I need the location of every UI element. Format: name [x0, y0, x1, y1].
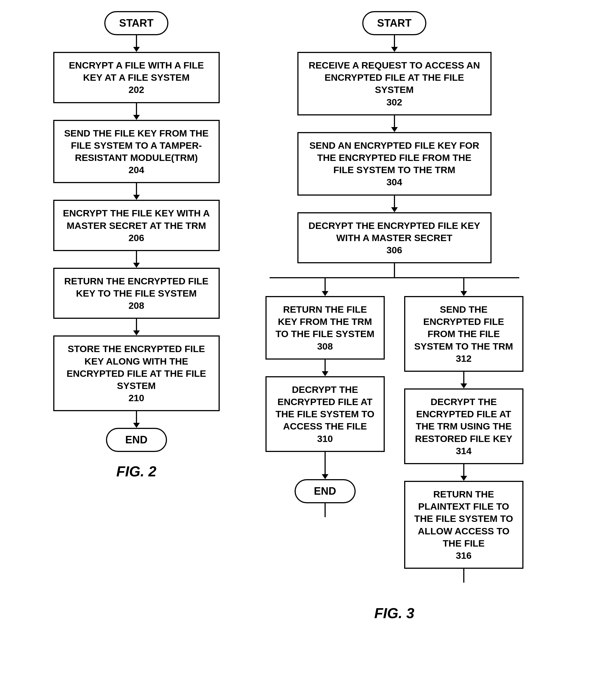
fig2-end: END — [106, 428, 167, 452]
fig3-step-304: SEND AN ENCRYPTED FILE KEY FOR THE ENCRY… — [297, 132, 492, 196]
fig2-arrow-6 — [133, 411, 140, 428]
fig3-arrow-308-310 — [322, 359, 328, 376]
fig3-diagram: START RECEIVE A REQUEST TO ACCESS AN ENC… — [242, 11, 547, 622]
fig3-step-316: RETURN THE PLAINTEXT FILE TO THE FILE SY… — [404, 481, 523, 569]
fig3-right-branch: SEND THE ENCRYPTED FILE FROM THE FILE SY… — [395, 277, 533, 583]
fig2-step-204: SEND THE FILE KEY FROM THE FILE SYSTEM T… — [53, 120, 220, 183]
fig3-v-to-split — [394, 263, 395, 277]
fig3-branch-area: RETURN THE FILE KEY FROM THE TRM TO THE … — [242, 263, 547, 583]
fig2-arrow-5 — [133, 319, 140, 335]
fig3-step-314: DECRYPT THE ENCRYPTED FILE AT THE TRM US… — [404, 389, 523, 464]
fig2-step-208: RETURN THE ENCRYPTED FILE KEY TO THE FIL… — [53, 268, 220, 319]
fig3-left-branch: RETURN THE FILE KEY FROM THE TRM TO THE … — [256, 277, 395, 517]
fig2-start: START — [104, 11, 169, 35]
fig3-step-310: DECRYPT THE ENCRYPTED FILE AT THE FILE S… — [266, 376, 385, 452]
fig2-step-202: ENCRYPT A FILE WITH A FILE KEY AT A FILE… — [53, 52, 220, 103]
fig3-arrow-312-314 — [460, 372, 467, 389]
fig3-end: END — [295, 479, 356, 503]
fig2-arrow-3 — [133, 183, 140, 200]
fig3-start: START — [362, 11, 427, 35]
fig2-diagram: START ENCRYPT A FILE WITH A FILE KEY AT … — [53, 11, 220, 480]
fig2-step-206: ENCRYPT THE FILE KEY WITH A MASTER SECRE… — [53, 200, 220, 251]
fig3-step-302: RECEIVE A REQUEST TO ACCESS AN ENCRYPTED… — [297, 52, 492, 116]
fig3-arrow-3 — [391, 196, 398, 212]
fig3-label: FIG. 3 — [374, 605, 414, 622]
fig3-h-split: RETURN THE FILE KEY FROM THE TRM TO THE … — [256, 277, 533, 583]
fig2-label: FIG. 2 — [116, 463, 156, 480]
fig3-arrow-2 — [391, 116, 398, 132]
fig2-arrow-1 — [133, 35, 140, 52]
fig2-step-210: STORE THE ENCRYPTED FILE KEY ALONG WITH … — [53, 335, 220, 411]
fig3-step-312: SEND THE ENCRYPTED FILE FROM THE FILE SY… — [404, 296, 523, 372]
diagrams-container: START ENCRYPT A FILE WITH A FILE KEY AT … — [5, 11, 595, 622]
fig3-step-308: RETURN THE FILE KEY FROM THE TRM TO THE … — [266, 296, 385, 359]
fig3-h-line — [270, 277, 519, 278]
fig2-arrow-2 — [133, 103, 140, 120]
fig3-arrow-1 — [391, 35, 398, 52]
fig3-arrow-314-316 — [460, 464, 467, 481]
fig3-step-306: DECRYPT THE ENCRYPTED FILE KEY WITH A MA… — [297, 212, 492, 264]
fig2-arrow-4 — [133, 251, 140, 268]
